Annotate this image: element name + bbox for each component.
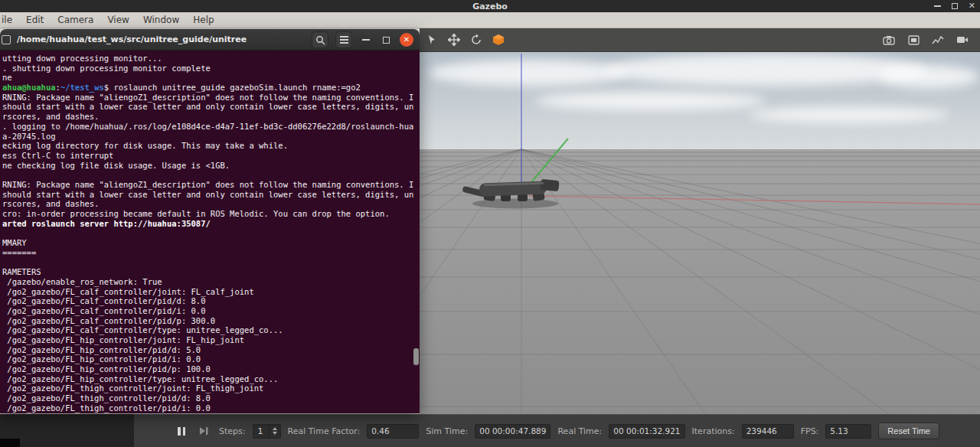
edit-tools-group [423,31,507,48]
terminal-line: ne [2,73,420,83]
terminal-line: /go2_gazebo/FL_hip_controller/pid/i: 0.0 [2,354,420,364]
pause-button[interactable] [175,426,188,437]
real-time-factor-label: Real Time Factor: [288,426,361,436]
camera-icon[interactable] [880,31,897,48]
real-time-value: 00 00:01:32.921 [609,424,684,439]
stepper-arrows-icon[interactable] [269,425,280,438]
select-arrow-icon[interactable] [423,31,440,48]
terminal-scrollbar-thumb[interactable] [413,348,419,365]
real-time-label: Real Time: [557,426,602,436]
simulation-bottom-bar: Steps: 1 Real Time Factor: 0.46 Sim Time… [134,414,980,447]
steps-value: 1 [253,425,269,438]
iterations-value: 239446 [742,424,794,439]
search-icon [315,35,325,45]
menu-window[interactable]: Window [136,12,186,28]
gazebo-left-panel-edge [0,414,134,447]
screenshot-icon[interactable] [905,31,922,48]
viewport-overlay [420,52,980,414]
terminal-line: /go2_gazebo/FL_thigh_controller/pid/i: 0… [2,403,420,413]
terminal-line: /go2_gazebo/FL_calf_controller/joint: FL… [2,287,420,297]
terminal-line: /go2_gazebo/FL_hip_controller/joint: FL_… [2,335,420,345]
terminal-line: RNING: Package name "aliengoZ1_descripti… [2,93,420,103]
terminal-line: rscores, and dashes. [2,199,420,209]
real-time-factor-value: 0.46 [367,424,419,439]
steps-label: Steps: [219,426,245,436]
insert-box-icon[interactable] [490,31,507,48]
terminal-line: /go2_gazebo/FL_calf_controller/pid/p: 30… [2,316,420,326]
terminal-line: rscores, and dashes. [2,112,420,122]
terminal-line [2,170,420,180]
terminal-line: arted roslaunch server http://huahua:350… [2,219,420,229]
hamburger-icon [340,36,348,44]
terminal-line: . logging to /home/huahua/.ros/log/e108d… [2,122,420,132]
terminal-line: . shutting down processing monitor compl… [2,64,420,73]
terminal-line [2,257,420,267]
menu-file[interactable]: ile [0,12,19,28]
video-camera-icon[interactable] [954,31,971,48]
menu-camera[interactable]: Camera [51,12,100,28]
terminal-titlebar-buttons: ✕ [312,29,413,51]
gazebo-menubar: ile Edit Camera View Window Help [0,12,980,28]
terminal-line: should start with a lower case letter an… [2,190,420,200]
sim-time-label: Sim Time: [426,426,468,436]
terminal-line [2,228,420,238]
terminal-line: /go2_gazebo/FL_hip_controller/type: unit… [2,374,420,384]
step-button[interactable] [195,425,212,437]
terminal-close-icon[interactable]: ✕ [400,33,413,47]
terminal-body[interactable]: utting down processing monitor.... shutt… [0,51,420,413]
terminal-line: MMARY [2,238,420,248]
gazebo-toolbar [420,28,980,52]
terminal-line: should start with a lower case letter an… [2,102,420,112]
steps-stepper[interactable]: 1 [253,424,281,439]
background-window-corner [0,439,20,447]
desktop: Gazebo ✕ ile Edit Camera View Window Hel… [0,0,980,447]
terminal-output: utting down processing monitor.... shutt… [2,54,420,413]
sim-time-value: 00 00:00:47.889 [475,424,550,439]
terminal-minimize-icon[interactable] [362,39,370,41]
terminal-line: ess Ctrl-C to interrupt [2,151,420,161]
terminal-line: /go2_gazebo/FL_thigh_controller/joint: F… [2,383,420,393]
terminal-line: ======= [2,248,420,258]
gazebo-3d-viewport[interactable] [420,52,980,414]
terminal-line: /go2_gazebo/FL_calf_controller/type: uni… [2,325,420,335]
terminal-line: /go2_gazebo/FL_hip_controller/pid/d: 5.0 [2,345,420,355]
terminal-line: ecking log directory for disk usage. Thi… [2,141,420,151]
terminal-title: /home/huahua/test_ws/src/unitree_guide/u… [17,34,247,44]
translate-icon[interactable] [446,31,462,48]
rotate-icon[interactable] [468,31,485,48]
terminal-line: ahua@huahua:~/test_ws$ roslaunch unitree… [2,83,420,93]
menu-view[interactable]: View [100,12,136,28]
hamburger-menu-button[interactable] [335,31,352,48]
terminal-maximize-icon[interactable] [383,37,390,44]
close-icon[interactable]: ✕ [969,0,975,12]
search-button[interactable] [312,31,328,48]
menu-help[interactable]: Help [186,12,220,28]
terminal-line: /go2_gazebo/FL_calf_controller/pid/i: 0.… [2,306,420,316]
reset-time-button[interactable]: Reset Time [878,423,939,439]
terminal-line: RAMETERS [2,267,420,277]
terminal-line: /go2_gazebo/FL_calf_controller/pid/d: 8.… [2,296,420,306]
top-panel: Gazebo ✕ [0,0,980,12]
terminal-line: RNING: Package name "aliengoZ1_descripti… [2,180,420,190]
terminal-line: ne checking log file disk usage. Usage i… [2,161,420,171]
terminal-tab-icon [2,35,11,44]
window-controls: ✕ [934,0,975,12]
iterations-label: Iterations: [692,426,735,436]
terminal-line: /gazebo/enable_ros_network: True [2,277,420,287]
maximize-icon[interactable] [952,3,958,9]
menu-edit[interactable]: Edit [19,12,51,28]
minimize-icon[interactable] [934,5,941,7]
terminal-line: /go2_gazebo/FL_thigh_controller/pid/d: 8… [2,393,420,403]
terminal-line: /go2_gazebo/FL_hip_controller/pid/p: 100… [2,364,420,374]
terminal-line: a-20745.log [2,132,420,142]
fps-label: FPS: [801,426,819,436]
fps-value: 5.13 [825,424,871,439]
terminal-line: cro: in-order processing became default … [2,209,420,219]
plot-icon[interactable] [929,31,946,48]
terminal-window: /home/huahua/test_ws/src/unitree_guide/u… [0,29,420,413]
terminal-titlebar[interactable]: /home/huahua/test_ws/src/unitree_guide/u… [0,29,420,51]
terminal-line: utting down processing monitor... [2,54,420,64]
capture-tools-group [880,31,971,48]
gazebo-window-title: Gazebo [472,2,508,11]
